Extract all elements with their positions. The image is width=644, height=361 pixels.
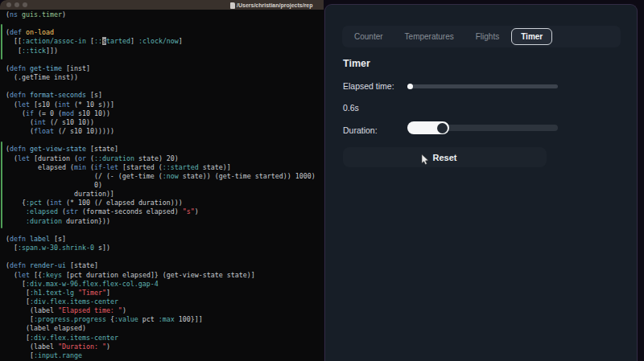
code-line: (label elapsed) — [6, 324, 324, 333]
code-line: [:div.flex.items-center — [6, 334, 324, 343]
code-line: duration)] — [6, 190, 324, 199]
code-line: [:input.range — [6, 351, 324, 360]
terminal-window: /Users/christian/projects/rep (ns guis.t… — [0, 0, 324, 361]
code-line: (defn render-ui [state] — [6, 261, 324, 270]
screen: /Users/christian/projects/rep (ns guis.t… — [0, 0, 644, 361]
elapsed-value: 0.6s — [343, 103, 359, 113]
code-line: (.getTime inst)) — [6, 73, 324, 82]
code-line: (ns guis.timer) — [6, 10, 324, 19]
code-line: [:div.flex.items-center — [6, 297, 324, 306]
code-line: (defn label [s] — [6, 235, 324, 244]
zoom-window-button[interactable] — [23, 2, 27, 7]
code-line: (float (/ s10 10))))) — [6, 127, 324, 136]
page-title: Timer — [343, 58, 370, 69]
duration-slider[interactable] — [407, 121, 558, 134]
code-line: (defn get-time [inst] — [6, 64, 324, 73]
code-line — [6, 226, 324, 235]
code-line: 0) — [6, 181, 324, 190]
code-line: [:progress.progress {:value pct :max 100… — [6, 315, 324, 324]
code-line — [6, 55, 324, 64]
code-line: (let [s10 (int (* 10 s))] — [6, 101, 324, 109]
code-editor[interactable]: (ns guis.timer)(def on-load [[:action/as… — [6, 10, 324, 361]
code-line: [:span.w-30.shrink-0 s]) — [6, 244, 324, 252]
elapsed-progress-bar — [407, 84, 558, 88]
tab-counter[interactable]: Counter — [345, 28, 393, 45]
code-line: (/ (- (get-time (:now state)) (get-time … — [6, 172, 324, 181]
code-line: :duration duration})) — [6, 217, 324, 226]
app-window: CounterTemperaturesFlightsTimer Timer El… — [324, 4, 638, 361]
tab-temperatures[interactable]: Temperatures — [395, 28, 464, 45]
terminal-titlebar: /Users/christian/projects/rep — [0, 0, 324, 10]
code-line — [6, 252, 324, 261]
duration-label: Duration: — [343, 125, 378, 135]
code-line: (label "Duration: ") — [6, 343, 324, 351]
code-line — [6, 19, 324, 28]
tab-timer[interactable]: Timer — [511, 28, 552, 45]
code-line: (label "Elapsed time: ") — [6, 306, 324, 315]
code-line: (let [{:keys [pct duration elapsed]} (ge… — [6, 271, 324, 280]
code-line: [:div.max-w-96.flex.flex-col.gap-4 — [6, 280, 324, 289]
code-line: :elapsed (str (format-seconds elapsed) "… — [6, 207, 324, 216]
code-line: [:h1.text-lg "Timer"] — [6, 289, 324, 297]
minimize-window-button[interactable] — [14, 2, 19, 7]
elapsed-progress-fill — [407, 84, 413, 89]
code-line: {:pct (int (* 100 (/ elapsed duration))) — [6, 199, 324, 207]
code-line: elapsed (min (if-let [started (::started… — [6, 163, 324, 172]
tab-flights[interactable]: Flights — [466, 28, 509, 45]
duration-slider-thumb[interactable] — [437, 123, 448, 133]
code-line: (if (= 0 (mod s10 10)) — [6, 109, 324, 118]
git-gutter-added — [1, 142, 2, 228]
code-line: (let [duration (or (::duration state) 20… — [6, 154, 324, 163]
tab-bar: CounterTemperaturesFlightsTimer — [342, 26, 621, 47]
terminal-title: /Users/christian/projects/rep — [230, 2, 313, 9]
terminal-title-path: /Users/christian/projects/rep — [237, 2, 313, 8]
elapsed-time-label: Elapsed time: — [343, 81, 394, 91]
code-line — [6, 136, 324, 145]
git-gutter-added — [1, 24, 2, 59]
code-line: (defn get-view-state [state] — [6, 145, 324, 154]
code-line: (int (/ s10 10)) — [6, 118, 324, 127]
close-window-button[interactable] — [6, 2, 11, 7]
code-line: [::tick]]) — [6, 47, 324, 55]
code-line: (def on-load — [6, 28, 324, 37]
document-icon — [230, 2, 235, 9]
code-line: (defn format-seconds [s] — [6, 91, 324, 100]
code-line — [6, 82, 324, 91]
code-line: [[:action/assoc-in [::started] :clock/no… — [6, 37, 324, 46]
reset-button[interactable]: Reset — [343, 147, 547, 167]
